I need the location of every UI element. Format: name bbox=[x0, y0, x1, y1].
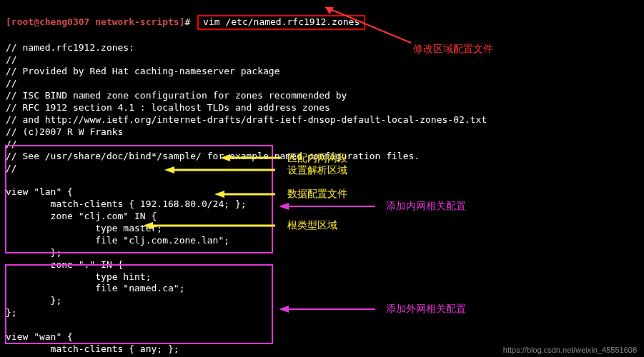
annotation-add-intranet: 添加内网相关配置 bbox=[386, 200, 466, 213]
view-lan-zone2-type: type hint; bbox=[6, 271, 152, 282]
prompt-user: [root@cheng0307 network-scripts] bbox=[6, 16, 184, 27]
view-lan-close: }; bbox=[6, 307, 17, 318]
annotation-data-config: 数据配置文件 bbox=[287, 188, 347, 201]
view-wan-match: match-clients { any; }; bbox=[6, 343, 179, 354]
comment-line: // Provided by Red Hat caching-nameserve… bbox=[6, 66, 280, 76]
comment-line: // bbox=[6, 78, 17, 89]
command-text: vim /etc/named.rfc1912.zones bbox=[203, 16, 360, 27]
annotation-set-resolve: 设置解析区域 bbox=[287, 164, 347, 177]
annotation-match-intranet: 匹配内网网段 bbox=[287, 152, 347, 165]
comment-line: // and http://www.ietf.org/internet-draf… bbox=[6, 114, 487, 125]
terminal-output: [root@cheng0307 network-scripts]# vim /e… bbox=[0, 0, 644, 357]
command-box: vim /etc/named.rfc1912.zones bbox=[197, 15, 365, 30]
view-lan-zone1-open: zone "clj.com" IN { bbox=[6, 211, 157, 221]
annotation-modify-zone: 修改区域配置文件 bbox=[413, 43, 493, 56]
view-lan-match: match-clients { 192.168.80.0/24; }; bbox=[6, 198, 247, 209]
view-lan-zone2-close: }; bbox=[6, 295, 61, 306]
comment-line: // bbox=[6, 54, 17, 65]
prompt-hash: # bbox=[184, 16, 190, 27]
view-lan-zone2-file: file "named.ca"; bbox=[6, 283, 184, 293]
comment-line: // bbox=[6, 139, 17, 149]
comment-line: // ISC BIND named zone configuration for… bbox=[6, 90, 347, 101]
watermark: https://blog.csdn.net/weixin_45551608 bbox=[503, 346, 637, 354]
view-wan-open: view "wan" { bbox=[6, 331, 73, 342]
comment-line: // bbox=[6, 163, 17, 174]
view-lan-open: view "lan" { bbox=[6, 186, 73, 197]
comment-line: // RFC 1912 section 4.1 : localhost TLDs… bbox=[6, 102, 330, 113]
view-lan-zone1-type: type master; bbox=[6, 223, 162, 233]
annotation-add-extranet: 添加外网相关配置 bbox=[386, 303, 466, 316]
comment-line: // See /usr/share/doc/bind*/sample/ for … bbox=[6, 151, 420, 161]
view-lan-zone1-close: }; bbox=[6, 247, 61, 258]
comment-line: // named.rfc1912.zones: bbox=[6, 42, 134, 53]
comment-line: // (c)2007 R W Franks bbox=[6, 126, 123, 137]
annotation-root-zone: 根类型区域 bbox=[287, 219, 337, 232]
view-lan-zone2-open: zone "." IN { bbox=[6, 259, 123, 270]
view-lan-zone1-file: file "clj.com.zone.lan"; bbox=[6, 235, 229, 246]
